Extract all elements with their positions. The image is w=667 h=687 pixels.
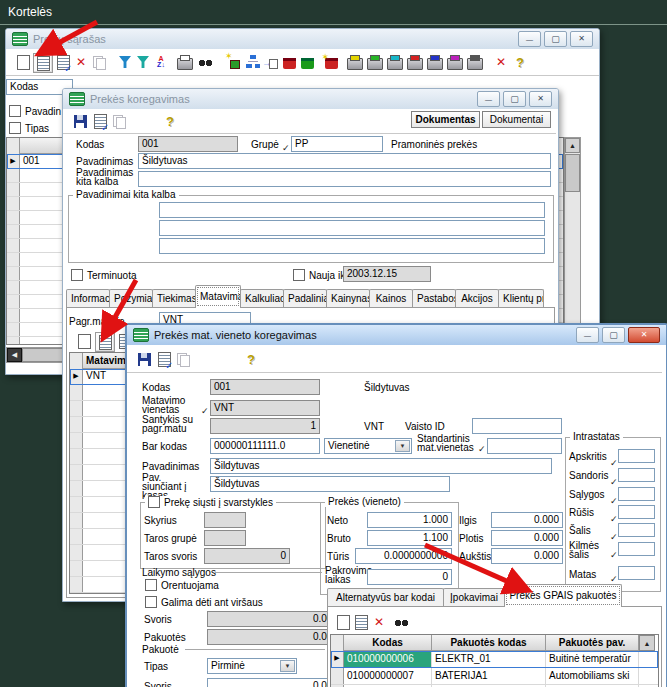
taros-grupe-field[interactable]: [204, 530, 246, 546]
edit-icon[interactable]: [352, 613, 370, 631]
kilmes-salis-lookup-check-icon[interactable]: ✓: [610, 551, 618, 559]
pavadinimas-field[interactable]: Šildytuvas: [210, 458, 552, 474]
tab-tiekimas[interactable]: Tiekimas: [152, 289, 196, 308]
print-yellow-icon[interactable]: [346, 53, 364, 71]
alt-name-field-1[interactable]: [159, 202, 545, 218]
pakuotes-field[interactable]: 0.000: [207, 629, 342, 645]
tab-akcijos[interactable]: Akcijos: [455, 289, 499, 308]
edit-icon[interactable]: [33, 53, 53, 73]
kilmes-salis-field[interactable]: [618, 542, 655, 556]
skyrius-field[interactable]: [204, 512, 246, 528]
nauja-iki-checkbox[interactable]: Nauja iki: [293, 269, 347, 281]
grid-row[interactable]: VNT: [70, 369, 130, 385]
basket-green-icon[interactable]: [298, 53, 316, 71]
gpais-table[interactable]: Kodas Pakuotės kodas Pakuotės pav. 01000…: [330, 634, 659, 687]
pavadinimas-kita-field[interactable]: [138, 171, 551, 187]
tipas-select[interactable]: Pirminė: [207, 658, 297, 674]
bar-kodas-field[interactable]: 000000111111.0: [210, 438, 320, 454]
ilgis-field[interactable]: 0.000: [491, 512, 563, 528]
print-cyan-icon[interactable]: [386, 53, 404, 71]
kodas-field[interactable]: 001: [138, 136, 238, 152]
minimize-button[interactable]: [518, 31, 541, 47]
tab-padaliniai[interactable]: Padalinia: [283, 289, 327, 308]
tab-klientu-prekes[interactable]: Klientų pr: [498, 289, 544, 308]
tab-pozymiai[interactable]: Požymiai: [109, 289, 153, 308]
apskritis-lookup-check-icon[interactable]: ✓: [610, 459, 618, 467]
tab-informacija[interactable]: Informac: [66, 289, 110, 308]
copy-icon[interactable]: [90, 53, 108, 71]
svoris-field[interactable]: 0.000: [207, 611, 342, 627]
basket-red-icon[interactable]: [280, 53, 298, 71]
vertical-scrollbar[interactable]: [564, 137, 581, 344]
terminuota-checkbox[interactable]: Terminuota: [71, 269, 136, 281]
grupe-lookup-check-icon[interactable]: ✓: [282, 144, 290, 152]
edit-confirm-icon[interactable]: [155, 350, 173, 368]
window2-titlebar[interactable]: Prekės koregavimas: [63, 89, 558, 109]
maximize-button[interactable]: [602, 327, 625, 343]
tab-kalkuliacija[interactable]: Kalkuliac: [240, 289, 284, 308]
nauja-iki-date-field[interactable]: 2003.12.15: [343, 266, 431, 282]
orentuojama-checkbox[interactable]: Orentuojama: [145, 579, 219, 591]
print-icon[interactable]: [176, 53, 194, 71]
find-icon[interactable]: [196, 53, 214, 71]
checkbox-tipas[interactable]: Tipas: [9, 122, 49, 134]
plotis-field[interactable]: 0.000: [491, 530, 563, 546]
minimize-button[interactable]: [477, 91, 500, 107]
table-row[interactable]: 010000000007 BATERIJA1 Automobiliams ski: [331, 668, 658, 685]
delete-icon[interactable]: [370, 613, 388, 631]
matas-field[interactable]: [618, 566, 655, 580]
print-magenta-icon[interactable]: [446, 53, 464, 71]
sandoris-lookup-check-icon[interactable]: ✓: [610, 478, 618, 486]
maximize-button[interactable]: [544, 31, 567, 47]
pakuote-svoris-field[interactable]: 0.000: [207, 678, 342, 687]
basket-new-icon[interactable]: [322, 53, 340, 71]
delete-all-icon[interactable]: [492, 53, 510, 71]
taros-svoris-field[interactable]: 0: [204, 548, 290, 564]
tab-pastabos[interactable]: Pastabos: [412, 289, 456, 308]
vaisto-id-field[interactable]: [472, 418, 562, 434]
kodas-field[interactable]: 001: [210, 379, 320, 395]
pav-kasas-field[interactable]: Šildytuvas: [210, 476, 450, 492]
maximize-button[interactable]: [503, 91, 526, 107]
chevron-down-icon[interactable]: [280, 660, 295, 672]
close-button[interactable]: [628, 327, 660, 343]
apskritis-field[interactable]: [618, 449, 655, 463]
checkbox-pavadinimas[interactable]: Pavadin: [9, 105, 61, 117]
standartinis-field[interactable]: [487, 438, 562, 454]
salygos-lookup-check-icon[interactable]: ✓: [610, 497, 618, 505]
rusis-lookup-check-icon[interactable]: ✓: [610, 515, 618, 523]
print-red-icon[interactable]: [406, 53, 424, 71]
close-button[interactable]: [529, 91, 552, 107]
svarstykles-checkbox[interactable]: Prekę siųsti į svarstykles: [145, 496, 276, 508]
tab-matavimai[interactable]: Matavima: [195, 285, 241, 308]
salis-field[interactable]: [618, 523, 655, 537]
window1-titlebar[interactable]: Prekių sąrašas: [6, 29, 599, 49]
print-black-icon[interactable]: [466, 53, 484, 71]
scroll-up-icon[interactable]: [639, 635, 655, 651]
salis-lookup-check-icon[interactable]: ✓: [610, 533, 618, 541]
salygos-field[interactable]: [618, 487, 655, 501]
find-icon[interactable]: [392, 613, 410, 631]
alt-name-field-2[interactable]: [159, 220, 545, 236]
col-pakuotes-kodas[interactable]: Pakuotės kodas: [432, 635, 546, 651]
col-pakuotes-pav[interactable]: Pakuotės pav.: [546, 635, 639, 651]
filter-clear-icon[interactable]: [116, 53, 134, 71]
bruto-field[interactable]: 1.100: [367, 530, 452, 546]
print-blue-icon[interactable]: [426, 53, 444, 71]
col-kodas[interactable]: Kodas: [344, 635, 432, 651]
save-icon[interactable]: [71, 112, 89, 130]
rusis-field[interactable]: [618, 505, 655, 519]
save-icon[interactable]: [135, 350, 153, 368]
close-button[interactable]: [570, 31, 593, 47]
matavimo-lookup-check-icon[interactable]: ✓: [201, 407, 209, 415]
neto-field[interactable]: 1.000: [367, 512, 452, 528]
matavimai-grid[interactable]: Matavim VNT: [69, 352, 131, 594]
edit-confirm-icon[interactable]: [91, 112, 109, 130]
aukstis-field[interactable]: 0.000: [491, 548, 563, 564]
filter-icon[interactable]: [134, 53, 152, 71]
dokumentas-button[interactable]: Dokumentas: [411, 111, 480, 128]
window3-titlebar[interactable]: Prekės mat. vieneto koregavimas: [127, 325, 666, 345]
help-icon[interactable]: [511, 53, 529, 71]
import-grid-icon[interactable]: [262, 53, 280, 71]
table-row[interactable]: 010000000006 ELEKTR_01 Buitinė temperatū…: [331, 651, 658, 668]
